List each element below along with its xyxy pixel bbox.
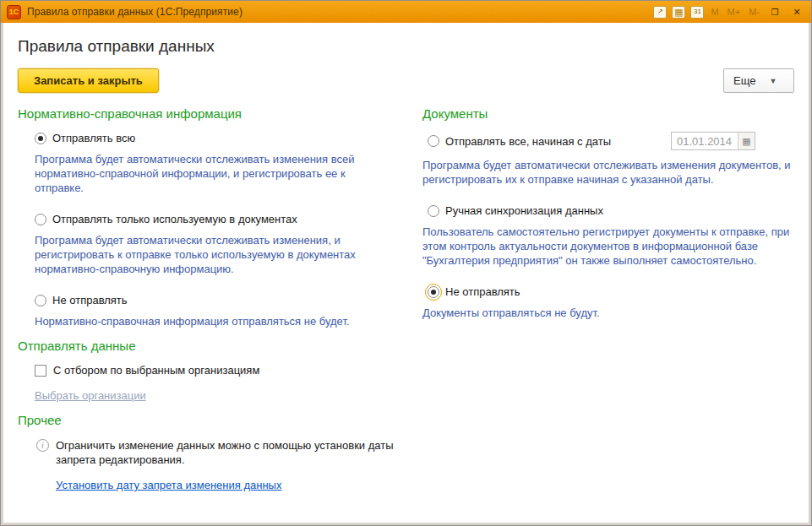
app-window: 1С Правила отправки данных (1С:Предприят…: [0, 0, 812, 526]
radio-docs-send-all-from-date[interactable]: Отправлять все, начиная с даты ▦: [428, 132, 755, 150]
radio-nsi-send-all[interactable]: Отправлять всю: [35, 132, 422, 144]
maximize-button[interactable]: ❐: [766, 4, 783, 19]
radio-description: Программа будет автоматически отслеживат…: [35, 233, 396, 276]
set-edit-ban-date-link[interactable]: Установить дату запрета изменения данных: [56, 479, 281, 491]
page-title: Правила отправки данных: [18, 37, 794, 56]
section-heading-nsi: Нормативно-справочная информация: [18, 106, 422, 121]
titlebar-controls: ↗ ▦ 31 M M+ M- ❐ ✕: [653, 4, 805, 19]
radio-label: Не отправлять: [52, 294, 128, 306]
radio-icon[interactable]: [428, 135, 439, 147]
section-heading-documents: Документы: [422, 106, 794, 121]
radio-label: Не отправлять: [445, 285, 520, 298]
memory-button-m[interactable]: M: [709, 7, 720, 17]
more-button[interactable]: Еще ▼: [723, 68, 794, 93]
radio-nsi-send-used-only[interactable]: Отправлять только используемую в докумен…: [35, 213, 422, 225]
checkbox-icon[interactable]: [35, 365, 46, 377]
save-and-close-button[interactable]: Записать и закрыть: [18, 68, 159, 93]
radio-description: Пользователь самостоятельно регистрирует…: [422, 225, 794, 268]
info-note: i Ограничить изменение данных можно с по…: [36, 438, 422, 467]
radio-label: Отправлять всю: [52, 132, 135, 144]
form-content: Правила отправки данных Записать и закры…: [1, 23, 811, 525]
radio-icon[interactable]: [428, 205, 439, 217]
close-button[interactable]: ✕: [788, 4, 805, 19]
select-organizations-link[interactable]: Выбрать организации: [35, 389, 146, 402]
radio-label: Ручная синхронизация данных: [445, 204, 603, 217]
section-heading-send-data: Отправлять данные: [18, 339, 422, 353]
radio-icon[interactable]: [35, 295, 46, 306]
radio-label: Отправлять все, начиная с даты: [445, 135, 611, 148]
chevron-down-icon: ▼: [769, 77, 777, 85]
memory-button-m-plus[interactable]: M+: [726, 7, 743, 17]
radio-icon[interactable]: [35, 214, 46, 225]
checkbox-label: С отбором по выбранным организациям: [53, 364, 259, 377]
info-note-text: Ограничить изменение данных можно с помо…: [56, 438, 422, 467]
radio-docs-do-not-send[interactable]: Не отправлять: [428, 285, 794, 298]
memory-button-m-minus[interactable]: M-: [747, 7, 761, 17]
radio-description: Нормативно-справочная информация отправл…: [35, 314, 396, 328]
radio-label: Отправлять только используемую в докумен…: [52, 213, 297, 225]
section-heading-other: Прочее: [18, 413, 422, 427]
radio-icon[interactable]: [35, 133, 46, 144]
titlebar: 1С Правила отправки данных (1С:Предприят…: [1, 1, 811, 23]
more-button-label: Еще: [733, 74, 755, 87]
radio-icon[interactable]: [428, 286, 439, 298]
checkbox-filter-by-organizations[interactable]: С отбором по выбранным организациям: [35, 364, 422, 377]
service-calendar-icon[interactable]: 31: [690, 6, 704, 19]
date-from-field: ▦: [671, 132, 755, 150]
radio-description: Документы отправляться не будут.: [422, 306, 794, 320]
date-from-input[interactable]: [672, 133, 738, 149]
window-title: Правила отправки данных (1С:Предприятие): [27, 6, 243, 18]
info-icon: i: [36, 439, 49, 452]
service-table-icon[interactable]: ▦: [672, 6, 685, 19]
columns: Нормативно-справочная информация Отправл…: [18, 106, 794, 492]
column-reference-info: Нормативно-справочная информация Отправл…: [18, 106, 422, 492]
app-logo-icon: 1С: [7, 5, 21, 19]
column-documents: Документы Отправлять все, начиная с даты…: [422, 106, 794, 492]
service-link-icon[interactable]: ↗: [653, 6, 667, 19]
radio-description: Программа будет автоматически отслеживат…: [35, 152, 396, 195]
radio-nsi-do-not-send[interactable]: Не отправлять: [35, 294, 422, 306]
calendar-picker-icon[interactable]: ▦: [738, 133, 755, 149]
toolbar: Записать и закрыть Еще ▼: [18, 68, 794, 93]
radio-description: Программа будет автоматически отслеживат…: [422, 158, 794, 187]
radio-docs-manual-sync[interactable]: Ручная синхронизация данных: [428, 204, 794, 217]
